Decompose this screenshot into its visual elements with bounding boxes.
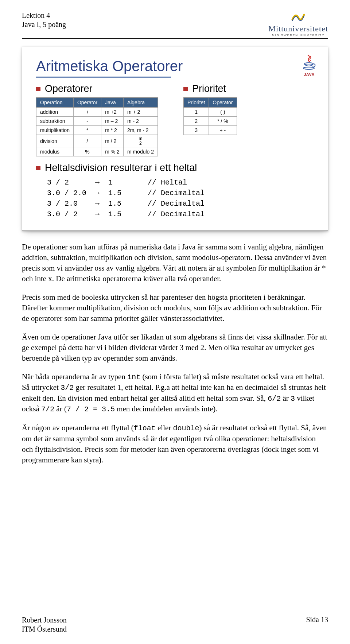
th-operator: Operator	[73, 98, 101, 108]
footer-page: Sida 13	[306, 616, 328, 634]
th-operation: Operation	[36, 98, 74, 108]
university-logo-icon	[290, 11, 306, 23]
slide-title: Aritmetiska Operatorer	[36, 58, 314, 74]
svg-point-0	[304, 63, 313, 65]
table-row: 1( )	[184, 108, 237, 117]
table-row: subtraktion-m – 2m - 2	[36, 117, 158, 126]
operators-heading: Operatorer	[36, 83, 158, 94]
java-logo-text: JAVA	[301, 72, 318, 77]
frac-cell: m2	[123, 135, 158, 147]
code-3: 3	[291, 395, 295, 403]
university-logo: Mittuniversitetet MID SWEDEN UNIVERSITY	[268, 11, 328, 37]
integer-division-heading: Heltalsdivision resulterar i ett heltal	[36, 162, 314, 174]
table-row: 2* / %	[184, 117, 237, 126]
code-int: int	[127, 373, 140, 381]
university-name: Mittuniversitetet	[268, 24, 328, 34]
table-row: modulus%m % 2m modulo 2	[36, 147, 158, 156]
svg-point-1	[303, 67, 314, 69]
priority-column: Prioritet Prioritet Operator 1( ) 2* / %…	[183, 83, 237, 135]
code-float: float	[134, 424, 156, 432]
para-1: De operationer som kan utföras på numeri…	[22, 242, 328, 284]
university-subtitle: MID SWEDEN UNIVERSITY	[268, 34, 328, 37]
code-3-2: 3/2	[61, 384, 74, 392]
title-rule	[36, 77, 171, 78]
para-5: Är någon av operanderna ett flyttal (flo…	[22, 423, 328, 465]
code-double: double	[173, 424, 199, 432]
table-row: addition+m +2m + 2	[36, 108, 158, 117]
slide: JAVA Aritmetiska Operatorer Operatorer O…	[22, 47, 328, 231]
course-name: Java I, 5 poäng	[22, 20, 66, 29]
priority-heading: Prioritet	[183, 83, 237, 94]
th-java: Java	[101, 98, 124, 108]
footer-author: Robert Jonsson	[22, 616, 67, 625]
th-prio: Prioritet	[184, 98, 209, 108]
table-row: 3+ -	[184, 126, 237, 135]
table-row: division/m / 2m2	[36, 135, 158, 147]
th-algebra: Algebra	[123, 98, 158, 108]
bullet-icon	[183, 87, 188, 91]
para-2: Precis som med de booleska uttrycken så …	[22, 292, 328, 324]
code-examples: 3 / 2 → 1 // Heltal 3.0 / 2.0 → 1.5 // D…	[47, 177, 314, 220]
priority-table: Prioritet Operator 1( ) 2* / % 3+ -	[183, 97, 237, 135]
java-logo: JAVA	[301, 54, 318, 77]
java-cup-icon	[301, 54, 318, 70]
table-row: multiplikation*m * 22m, m · 2	[36, 126, 158, 135]
para-3: Även om de operationer Java utför ser li…	[22, 332, 328, 364]
para-4: När båda operanderna är av typen int (so…	[22, 372, 328, 415]
bullet-icon	[36, 166, 40, 170]
code-7-2-35: 7 / 2 = 3.5	[67, 405, 115, 414]
operators-column: Operatorer Operation Operator Java Algeb…	[36, 83, 158, 156]
operators-table: Operation Operator Java Algebra addition…	[36, 97, 158, 156]
course-lesson: Lektion 4	[22, 11, 66, 20]
footer-dept: ITM Östersund	[22, 625, 67, 634]
body-text: De operationer som kan utföras på numeri…	[22, 242, 328, 465]
th-prio-op: Operator	[209, 98, 237, 108]
header-left: Lektion 4 Java I, 5 poäng	[22, 11, 66, 29]
bullet-icon	[36, 87, 40, 91]
page-header: Lektion 4 Java I, 5 poäng Mittuniversite…	[22, 11, 328, 39]
code-6-2: 6/2	[268, 395, 281, 403]
code-7-2: 7/2	[41, 405, 54, 414]
page-footer: Robert Jonsson ITM Östersund Sida 13	[22, 614, 328, 634]
